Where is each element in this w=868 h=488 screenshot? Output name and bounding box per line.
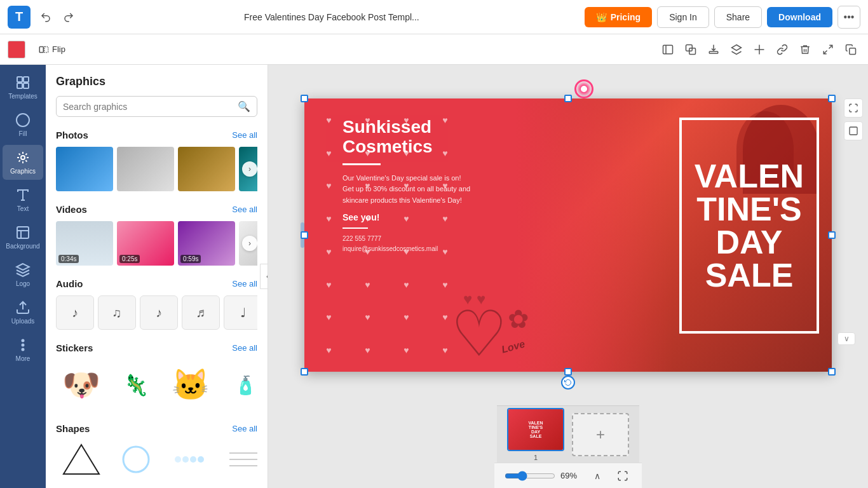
fill-label: Fill: [19, 130, 27, 137]
audio-section-header: Audio See all: [56, 278, 257, 289]
sidebar-item-fill[interactable]: Fill: [3, 107, 43, 142]
fullscreen-btn[interactable]: [614, 467, 632, 485]
add-page-button[interactable]: +: [572, 413, 629, 456]
sidebar-item-uploads[interactable]: Uploads: [3, 295, 43, 330]
redo-button[interactable]: [58, 7, 79, 27]
sidebar-item-background[interactable]: Background: [3, 220, 43, 255]
audio-item-5[interactable]: ♩: [224, 295, 257, 330]
audio-item-2[interactable]: ♫: [98, 295, 136, 330]
photo-thumb-2[interactable]: [117, 147, 174, 191]
photo-thumb-1[interactable]: [56, 147, 113, 191]
handle-br[interactable]: [828, 368, 836, 376]
handle-tr[interactable]: [828, 95, 836, 102]
shape-4[interactable]: [220, 440, 257, 478]
pricing-button[interactable]: 👑 Pricing: [585, 7, 652, 27]
canvas-inner: ♥ ♥ ♥ ♥ ♥ ♥ ♥ ♥ ♥ ♥ ♥ ♥ ♥ ♥ ♥: [268, 65, 868, 405]
position-icon-btn[interactable]: [750, 40, 769, 59]
handle-tm[interactable]: [564, 95, 572, 102]
audio-item-4[interactable]: ♬: [182, 295, 220, 330]
brand-divider: [342, 163, 381, 165]
text-label: Text: [17, 205, 29, 212]
sidebar-item-templates[interactable]: Templates: [3, 70, 43, 105]
handle-bm[interactable]: [564, 368, 572, 376]
videos-title: Videos: [56, 204, 87, 215]
audio-item-1[interactable]: ♪: [56, 295, 94, 330]
layers-icon-btn[interactable]: [727, 40, 746, 59]
signin-button[interactable]: Sign In: [657, 6, 709, 28]
expand-bottom-btn[interactable]: ∨: [837, 332, 855, 345]
sidebar-item-text[interactable]: Text: [3, 182, 43, 217]
panel-title: Graphics: [56, 75, 257, 88]
secondary-toolbar: Flip: [0, 34, 868, 65]
handle-bl[interactable]: [301, 368, 308, 376]
svg-point-15: [21, 156, 25, 159]
video-thumb-2[interactable]: 0:25s: [117, 221, 174, 266]
sale-line2: TINE'S: [695, 193, 804, 226]
shape-2[interactable]: [111, 440, 161, 478]
resize-canvas-btn[interactable]: [844, 121, 863, 140]
svg-point-23: [123, 447, 149, 472]
photo-thumb-3[interactable]: [178, 147, 235, 191]
color-swatch[interactable]: [8, 41, 25, 58]
sale-box: VALEN TINE'S DAY SALE: [679, 118, 819, 334]
search-bar: 🔍: [56, 96, 257, 117]
panel-collapse-button[interactable]: ‹: [260, 264, 268, 289]
videos-section-header: Videos See all: [56, 204, 257, 215]
svg-point-26: [190, 456, 196, 463]
delete-icon-btn[interactable]: [796, 40, 815, 59]
more-label: More: [16, 355, 31, 362]
svg-point-24: [175, 456, 181, 463]
copy-icon-btn[interactable]: [841, 40, 860, 59]
sticker-2[interactable]: 🦎: [111, 360, 161, 410]
more-options-button[interactable]: •••: [837, 6, 860, 29]
photos-see-all[interactable]: See all: [232, 130, 257, 140]
uploads-icon: [15, 300, 31, 315]
sticker-3[interactable]: 🐱: [165, 360, 216, 410]
side-panel: Graphics 🔍 Photos See all › Videos See a…: [46, 65, 268, 488]
expand-canvas-btn[interactable]: [844, 98, 863, 118]
sidebar-item-logo[interactable]: Logo: [3, 257, 43, 292]
phone-text: 222 555 7777: [342, 234, 514, 244]
download-icon-btn[interactable]: [704, 40, 723, 59]
handle-mr[interactable]: [828, 231, 836, 239]
stickers-see-all[interactable]: See all: [232, 343, 257, 353]
rotation-handle[interactable]: [561, 376, 575, 390]
sidebar-item-graphics[interactable]: Graphics: [3, 145, 43, 180]
duplicate-icon-btn[interactable]: [681, 40, 700, 59]
expand-icon-btn[interactable]: [818, 40, 837, 59]
handle-ml[interactable]: [301, 231, 308, 239]
audio-item-3[interactable]: ♪: [140, 295, 178, 330]
settings-icon-btn[interactable]: [658, 40, 677, 59]
flip-button[interactable]: Flip: [33, 41, 71, 58]
shape-3[interactable]: [165, 440, 216, 478]
background-label: Background: [6, 243, 39, 250]
sticker-1[interactable]: 🐶: [56, 360, 107, 410]
link-icon-btn[interactable]: [773, 40, 792, 59]
video-thumb-3[interactable]: 0:59s: [178, 221, 235, 266]
search-icon[interactable]: 🔍: [238, 100, 250, 112]
stickers-title: Stickers: [56, 342, 93, 353]
undo-button[interactable]: [36, 7, 56, 27]
sticker-4[interactable]: 🧴: [220, 360, 257, 410]
photos-scroll-right[interactable]: ›: [242, 161, 257, 177]
download-button[interactable]: Download: [767, 7, 832, 27]
sale-line1: VALEN: [695, 159, 804, 193]
videos-see-all[interactable]: See all: [232, 205, 257, 214]
shape-1[interactable]: [56, 440, 107, 478]
doodle-rose: ✿: [508, 304, 529, 334]
handle-tl[interactable]: [301, 95, 308, 102]
share-button[interactable]: Share: [714, 6, 762, 28]
logo-icon: [15, 262, 31, 278]
videos-scroll-right[interactable]: ›: [242, 236, 257, 251]
app-logo[interactable]: T: [8, 6, 31, 29]
filmstrip-frame-1[interactable]: VALENTINE'SDAYSALE: [507, 408, 564, 451]
zoom-chevron-up[interactable]: ∧: [588, 467, 606, 485]
shapes-see-all[interactable]: See all: [232, 424, 257, 433]
zoom-slider[interactable]: [505, 471, 555, 481]
video-thumb-1[interactable]: 0:34s: [56, 221, 113, 266]
sidebar-item-more[interactable]: More: [3, 332, 43, 367]
audio-see-all[interactable]: See all: [232, 279, 257, 288]
search-input[interactable]: [63, 102, 233, 112]
canvas-content[interactable]: ♥ ♥ ♥ ♥ ♥ ♥ ♥ ♥ ♥ ♥ ♥ ♥ ♥ ♥ ♥: [304, 98, 832, 372]
flip-label: Flip: [52, 44, 65, 54]
